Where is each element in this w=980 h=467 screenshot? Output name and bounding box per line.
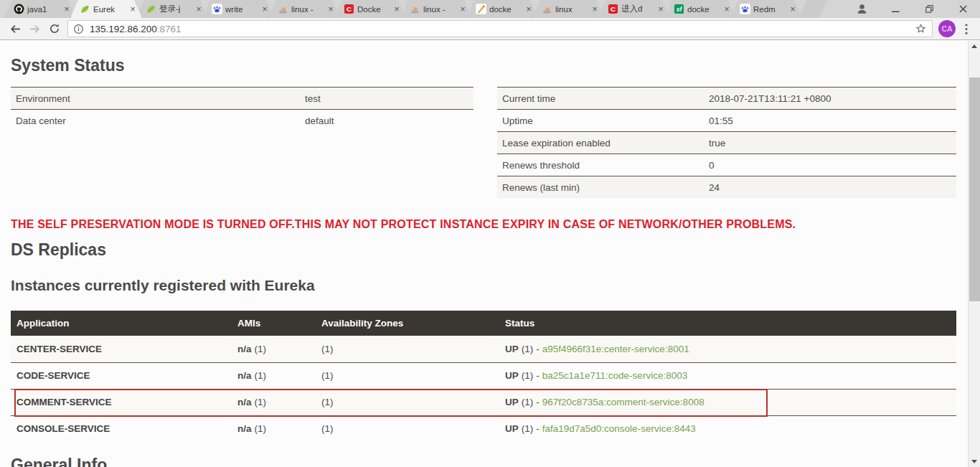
- tab-close-icon[interactable]: ×: [326, 4, 336, 14]
- browser-profile-avatar[interactable]: CA: [938, 20, 956, 37]
- browser-tab[interactable]: java1×: [4, 0, 76, 18]
- page-info-icon[interactable]: [73, 24, 84, 34]
- tab-title: linux: [555, 5, 587, 14]
- status-separator: -: [536, 370, 540, 381]
- column-header: Availability Zones: [316, 318, 499, 329]
- status-value: 2018-07-21T13:11:21 +0800: [709, 93, 956, 104]
- tab-title: write: [225, 5, 257, 14]
- status-row: Data centerdefault: [11, 109, 473, 131]
- csdn-favicon-icon: C: [344, 4, 354, 14]
- profile-icon[interactable]: [845, 0, 879, 18]
- status-count: (1): [522, 397, 534, 407]
- spring-favicon-icon: [146, 4, 156, 14]
- instance-link[interactable]: ba25c1a1e711:code-service:8003: [542, 370, 687, 381]
- tab-title: docke: [687, 5, 719, 14]
- tab-close-icon[interactable]: ×: [656, 4, 666, 14]
- tab-close-icon[interactable]: ×: [590, 4, 600, 14]
- application-name: CODE-SERVICE: [11, 370, 232, 381]
- tab-close-icon[interactable]: ×: [722, 4, 732, 14]
- browser-tab[interactable]: linux×: [532, 0, 604, 18]
- status-value: UP: [505, 423, 519, 434]
- tab-strip: java1×Eurek×登录-j×write×linux -×CDocke×li…: [0, 0, 980, 18]
- status-separator: -: [536, 397, 540, 407]
- instance-link[interactable]: 967f20c8735a:comment-service:8008: [542, 397, 705, 407]
- environment-table: EnvironmenttestData centerdefault: [11, 87, 473, 131]
- status-row: Lease expiration enabledtrue: [497, 131, 956, 154]
- amis-value: n/a: [237, 423, 252, 434]
- status-value: UP: [505, 397, 519, 407]
- application-name: CENTER-SERVICE: [11, 344, 232, 354]
- instance-link[interactable]: fafa19d7a5d0:console-service:8443: [542, 423, 696, 434]
- browser-tab[interactable]: C进入d×: [598, 0, 670, 18]
- forward-button[interactable]: [25, 19, 44, 39]
- page-scrollbar[interactable]: [968, 41, 980, 467]
- availability-zones-cell: (1): [316, 397, 499, 407]
- minimize-button[interactable]: [879, 0, 913, 18]
- baidu-favicon-icon: [740, 4, 750, 14]
- browser-tab[interactable]: linux -×: [400, 0, 472, 18]
- tab-title: Docke: [357, 5, 389, 14]
- column-header: Status: [499, 318, 956, 329]
- new-tab-button[interactable]: [798, 0, 827, 18]
- application-name: COMMENT-SERVICE: [11, 397, 232, 407]
- eureka-dashboard: System Status EnvironmenttestData center…: [0, 41, 968, 467]
- browser-menu-icon[interactable]: [958, 23, 974, 35]
- csdn-favicon-icon: C: [608, 4, 618, 14]
- instances-title: Instances currently registered with Eure…: [11, 277, 968, 294]
- availability-zones-cell: (1): [316, 370, 499, 381]
- status-value: test: [305, 93, 473, 104]
- status-label: Data center: [11, 115, 305, 126]
- status-value: true: [709, 138, 956, 148]
- browser-tab[interactable]: 登录-j×: [136, 0, 208, 18]
- tab-close-icon[interactable]: ×: [260, 4, 270, 14]
- svg-text:C: C: [347, 5, 352, 13]
- back-button[interactable]: [6, 19, 25, 39]
- availability-zones-cell: (1): [316, 344, 499, 354]
- column-header: AMIs: [232, 318, 316, 329]
- address-bar[interactable]: 135.192.86.200:8761: [67, 20, 933, 37]
- window-controls: [845, 0, 980, 18]
- status-value: 01:55: [709, 115, 956, 126]
- close-window-button[interactable]: [946, 0, 980, 18]
- browser-tab[interactable]: Redm×: [730, 0, 802, 18]
- self-preservation-warning: THE SELF PRESERVATION MODE IS TURNED OFF…: [11, 218, 957, 231]
- amis-count: (1): [255, 397, 267, 407]
- tab-close-icon[interactable]: ×: [128, 4, 138, 14]
- svg-text:C: C: [611, 5, 616, 13]
- scrollbar-down-arrow[interactable]: [969, 456, 980, 467]
- stackoverflow-favicon-icon: [542, 4, 552, 14]
- tab-close-icon[interactable]: ×: [194, 4, 204, 14]
- amis-count: (1): [255, 370, 267, 381]
- browser-tab[interactable]: Eurek×: [70, 0, 142, 18]
- svg-text:sf: sf: [677, 6, 683, 13]
- amis-cell: n/a(1): [232, 370, 316, 381]
- tab-close-icon[interactable]: ×: [524, 4, 534, 14]
- status-value: default: [305, 115, 473, 126]
- segmentfault-favicon-icon: sf: [674, 4, 684, 14]
- status-label: Lease expiration enabled: [497, 138, 709, 148]
- instance-link[interactable]: a95f4966f31e:center-service:8001: [542, 344, 689, 354]
- bookmark-star-icon[interactable]: [915, 23, 927, 35]
- status-label: Environment: [11, 93, 305, 104]
- status-count: (1): [522, 344, 534, 354]
- tab-close-icon[interactable]: ×: [788, 4, 798, 14]
- refresh-button[interactable]: [44, 19, 64, 39]
- browser-tab[interactable]: sfdocke×: [664, 0, 736, 18]
- tab-close-icon[interactable]: ×: [62, 4, 72, 14]
- browser-tab[interactable]: write×: [202, 0, 274, 18]
- browser-toolbar: 135.192.86.200:8761 CA: [0, 18, 980, 40]
- browser-tab[interactable]: linux -×: [268, 0, 340, 18]
- maximize-button[interactable]: [913, 0, 946, 18]
- scrollbar-thumb[interactable]: [969, 77, 980, 301]
- browser-tab[interactable]: CDocke×: [334, 0, 406, 18]
- status-row: Current time2018-07-21T13:11:21 +0800: [497, 87, 956, 109]
- amis-value: n/a: [237, 397, 252, 407]
- status-value: 0: [709, 160, 956, 171]
- status-separator: -: [536, 423, 540, 434]
- status-cell: UP(1)-ba25c1a1e711:code-service:8003: [499, 370, 956, 381]
- tab-close-icon[interactable]: ×: [392, 4, 402, 14]
- tab-close-icon[interactable]: ×: [458, 4, 468, 14]
- browser-tab[interactable]: docke×: [466, 0, 538, 18]
- scrollbar-up-arrow[interactable]: [969, 41, 980, 52]
- status-row: Uptime01:55: [497, 109, 956, 131]
